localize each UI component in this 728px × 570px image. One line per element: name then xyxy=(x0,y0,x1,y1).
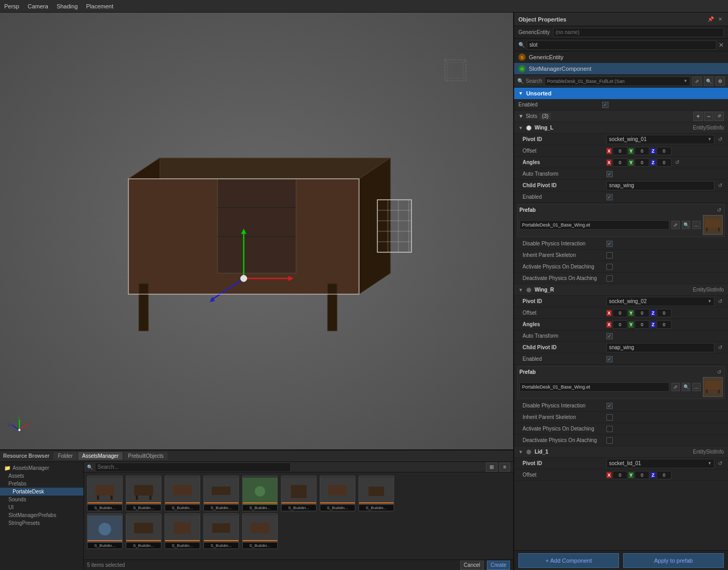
auto-transform-checkbox[interactable] xyxy=(606,171,613,177)
offset-z-input[interactable] xyxy=(657,147,671,155)
asset-item-6[interactable]: S_Buildin... xyxy=(281,476,317,511)
browser-tab-folder[interactable]: Folder xyxy=(53,452,77,460)
slot-lid-1-header[interactable]: ▼ Lid_1 EntitySlotInfo xyxy=(514,446,728,458)
browser-search-input[interactable] xyxy=(95,463,291,472)
add-component-btn[interactable]: + Add Component xyxy=(518,553,619,568)
angles-y-r[interactable] xyxy=(635,320,649,329)
slot-wing-r-header[interactable]: ▼ Wing_R EntitySlotInfo xyxy=(514,284,728,296)
offset-y-lid[interactable] xyxy=(635,471,649,479)
properties-scroll[interactable]: ▼ Unsorted Enabled ▼ Slots (3) + − xyxy=(514,88,728,550)
search-clear-btn[interactable]: ✕ xyxy=(719,41,724,49)
angles-z-input[interactable] xyxy=(657,158,671,167)
search-input[interactable] xyxy=(527,40,716,50)
sidebar-item-assets[interactable]: Assets xyxy=(0,472,83,480)
prefab-input-wing-r[interactable] xyxy=(519,382,669,392)
asset-item-9[interactable]: S_Buildin... xyxy=(87,513,123,549)
sidebar-item-assetsmanager[interactable]: 📁AssetsManager xyxy=(0,464,83,472)
offset-z-lid[interactable] xyxy=(657,471,671,479)
prefab-input-wing-l[interactable] xyxy=(519,220,669,230)
component-item-slotmanager[interactable]: G SlotManagerComponent xyxy=(514,63,728,74)
wing-l-enabled-checkbox[interactable] xyxy=(606,194,613,200)
wing-r-enabled-checkbox[interactable] xyxy=(606,356,613,362)
pivot-id-dropdown[interactable]: socket_wing_01 ▼ xyxy=(606,135,714,144)
menu-placement[interactable]: Placement xyxy=(86,3,113,9)
slots-reset-btn[interactable]: ↺ xyxy=(714,112,724,121)
child-pivot-reset-r[interactable]: ↺ xyxy=(716,344,724,351)
disable-physics-checkbox[interactable] xyxy=(606,241,613,247)
pivot-id-dropdown-lid[interactable]: socket_lid_01 ▼ xyxy=(606,459,714,468)
angles-reset-btn[interactable]: ↺ xyxy=(673,159,681,166)
offset-x-input[interactable] xyxy=(613,147,627,155)
inherit-skeleton-checkbox-r[interactable] xyxy=(606,414,613,421)
asset-item-12[interactable]: S_Buildin... xyxy=(203,513,239,549)
deactivate-physics-checkbox[interactable] xyxy=(606,275,613,282)
prefab-find-wing-l[interactable]: 🔍 xyxy=(682,221,690,229)
menu-persp[interactable]: Persp xyxy=(4,3,19,9)
prefab-settings-btn[interactable]: ⚙ xyxy=(715,77,725,86)
angles-x-r[interactable] xyxy=(613,320,627,329)
inherit-skeleton-checkbox[interactable] xyxy=(606,252,613,259)
prefab-wing-l-reset[interactable]: ↺ xyxy=(715,206,723,213)
browser-tab-assets[interactable]: AssetsManager xyxy=(78,452,123,460)
activate-physics-checkbox[interactable] xyxy=(606,264,613,270)
pivot-reset-btn-r[interactable]: ↺ xyxy=(716,298,724,305)
sidebar-item-prefabs[interactable]: Prefabs xyxy=(0,480,83,488)
asset-item-3[interactable]: S_Buildin... xyxy=(165,476,200,511)
asset-item-5[interactable]: S_Buildin... xyxy=(242,476,278,511)
slots-add-btn[interactable]: + xyxy=(693,112,703,121)
asset-item-11[interactable]: S_Buildin... xyxy=(165,513,200,549)
prefab-more-wing-l[interactable]: … xyxy=(692,221,701,229)
menu-shading[interactable]: Shading xyxy=(57,3,78,9)
prefab-dropdown[interactable]: PortableDesk_01_Base_FullLet (San ▼ xyxy=(545,77,690,86)
angles-x-input[interactable] xyxy=(613,158,627,167)
sidebar-item-slotmanager[interactable]: SlotManagerPrefabs xyxy=(0,511,83,519)
browser-create-btn[interactable]: Create xyxy=(487,561,510,570)
asset-item-1[interactable]: S_Buildin... xyxy=(87,476,123,511)
prefab-open-wing-l[interactable]: ⬀ xyxy=(671,221,680,229)
browser-tab-prebuilt[interactable]: PrebuiltObjects xyxy=(124,452,168,460)
offset-x-lid[interactable] xyxy=(613,471,627,479)
panel-pin-icon[interactable]: 📌 xyxy=(707,16,714,23)
slot-wing-l-header[interactable]: ▼ Wing_L EntitySlotInfo xyxy=(514,122,728,134)
browser-cancel-btn[interactable]: Cancel xyxy=(460,561,484,570)
sidebar-item-ui[interactable]: UI xyxy=(0,503,83,511)
activate-physics-checkbox-r[interactable] xyxy=(606,426,613,432)
angles-y-input[interactable] xyxy=(635,158,649,167)
panel-close-icon[interactable]: ✕ xyxy=(716,16,724,23)
asset-item-13[interactable]: S_Buildin... xyxy=(242,513,278,549)
asset-item-4[interactable]: S_Buildin... xyxy=(203,476,239,511)
entity-name-input[interactable] xyxy=(553,28,724,37)
child-pivot-input[interactable] xyxy=(606,181,714,190)
deactivate-physics-checkbox-r[interactable] xyxy=(606,437,613,444)
component-item-generic[interactable]: S GenericEntity xyxy=(514,51,728,63)
prefab-wing-r-reset[interactable]: ↺ xyxy=(715,368,723,375)
pivot-reset-btn-lid[interactable]: ↺ xyxy=(716,460,724,467)
apply-prefab-btn[interactable]: Apply to prefab xyxy=(623,553,724,568)
slots-remove-btn[interactable]: − xyxy=(704,112,713,121)
offset-y-r[interactable] xyxy=(635,309,649,317)
menu-camera[interactable]: Camera xyxy=(28,3,48,9)
asset-item-10[interactable]: S_Buildin... xyxy=(126,513,161,549)
sidebar-item-portabledesk[interactable]: PortableDesk xyxy=(0,488,83,496)
child-pivot-input-r[interactable] xyxy=(606,343,714,352)
offset-x-r[interactable] xyxy=(613,309,627,317)
prefab-open-wing-r[interactable]: ⬀ xyxy=(671,383,680,391)
sidebar-item-sounds[interactable]: Sounds xyxy=(0,496,83,503)
pivot-reset-btn[interactable]: ↺ xyxy=(716,136,724,143)
prefab-open-btn[interactable]: ⬀ xyxy=(692,77,702,86)
asset-item-2[interactable]: S_Buildin... xyxy=(126,476,161,511)
asset-item-8[interactable]: S_Buildin... xyxy=(358,476,394,511)
browser-list-btn[interactable]: ≡ xyxy=(499,463,510,472)
pivot-id-dropdown-r[interactable]: socket_wing_02 ▼ xyxy=(606,297,714,306)
prefab-search-btn[interactable]: 🔍 xyxy=(704,77,713,86)
prefab-more-wing-r[interactable]: … xyxy=(692,383,701,391)
3d-viewport[interactable]: X Z Y xyxy=(0,13,513,449)
asset-item-7[interactable]: S_Buildin... xyxy=(320,476,355,511)
section-header-unsorted[interactable]: ▼ Unsorted xyxy=(514,88,728,99)
angles-z-r[interactable] xyxy=(657,320,671,329)
browser-sort-btn[interactable]: ⊞ xyxy=(486,463,497,472)
disable-physics-checkbox-r[interactable] xyxy=(606,403,613,409)
sidebar-item-stringpresets[interactable]: StringPresets xyxy=(0,519,83,527)
child-pivot-reset-btn[interactable]: ↺ xyxy=(716,182,724,189)
enabled-checkbox[interactable] xyxy=(602,102,609,108)
